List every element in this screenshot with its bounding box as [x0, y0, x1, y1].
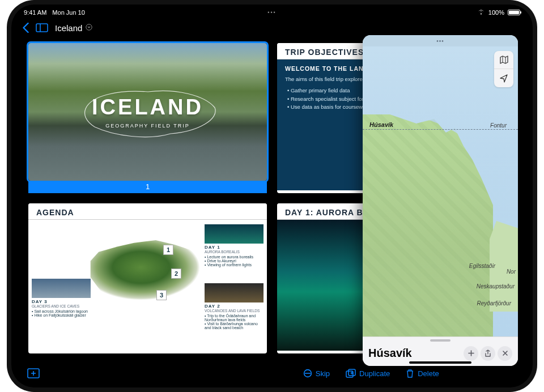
status-date: Mon Jun 10	[52, 9, 84, 16]
maps-title: Húsavík	[368, 343, 464, 360]
slide-3[interactable]: AGENDA 1 2 3 DAY 1 AURORA BOREALIS Lectu…	[28, 203, 267, 353]
battery-icon	[508, 10, 520, 15]
slide-1[interactable]: ICELAND GEOGRAPHY FIELD TRIP 1	[28, 43, 267, 193]
nav-toolbar: Iceland	[11, 18, 533, 37]
maps-slideover[interactable]: ••• Húsavík Fontur Egilsstaðir Nor Neska…	[363, 35, 518, 366]
maps-share-button[interactable]	[481, 346, 495, 361]
sidebar-toggle-button[interactable]	[36, 23, 48, 32]
map-mode-button[interactable]	[494, 51, 513, 69]
map-label-husavik: Húsavík	[369, 121, 393, 128]
maps-close-button[interactable]	[498, 346, 512, 361]
status-time: 9:41 AM	[24, 9, 46, 16]
home-indicator[interactable]	[409, 361, 471, 364]
maps-footer: Húsavík	[363, 336, 518, 366]
document-title[interactable]: Iceland	[55, 23, 82, 33]
slide1-subtitle: GEOGRAPHY FIELD TRIP	[92, 123, 203, 129]
slide-number-badge: 1	[28, 181, 267, 193]
svg-point-2	[86, 24, 92, 30]
slideover-handle[interactable]: •••	[363, 35, 518, 46]
wifi-icon	[477, 9, 485, 16]
ipad-frame: 9:41 AM Mon Jun 10 ••• 100% Iceland	[11, 5, 533, 387]
agenda-day1: DAY 1 AURORA BOREALIS Lecture on aurora …	[205, 224, 264, 267]
map-label-egils: Egilsstaðir	[469, 263, 495, 269]
map-landmass	[363, 114, 493, 341]
svg-rect-0	[36, 24, 48, 32]
battery-pct: 100%	[488, 9, 504, 16]
maps-add-button[interactable]	[464, 346, 478, 361]
delete-button[interactable]: Delete	[406, 369, 439, 378]
map-label-nor: Nor	[507, 269, 516, 275]
map-controls	[494, 51, 513, 87]
agenda-map-graphic	[80, 227, 216, 317]
status-bar: 9:41 AM Mon Jun 10 ••• 100%	[11, 5, 533, 18]
slide3-heading: AGENDA	[28, 203, 267, 220]
agenda-day2: DAY 2 VOLCANOES AND LAVA FIELDS Trip to …	[205, 283, 264, 330]
add-slide-button[interactable]	[27, 368, 40, 378]
multitask-dots[interactable]: •••	[267, 10, 276, 15]
agenda-day3: DAY 3 GLACIERS AND ICE CAVES Sail across…	[32, 279, 91, 317]
duplicate-button[interactable]: Duplicate	[346, 369, 390, 378]
map-label-reydar: Reyðarfjörður	[477, 300, 511, 306]
locate-me-button[interactable]	[494, 69, 513, 87]
skip-button[interactable]: Skip	[303, 369, 330, 378]
map-label-fontur: Fontur	[490, 122, 507, 129]
back-button[interactable]	[22, 23, 29, 33]
title-chevron-icon[interactable]	[86, 24, 92, 32]
map-viewport[interactable]: Húsavík Fontur Egilsstaðir Nor Neskaupst…	[363, 46, 518, 336]
map-gridline	[363, 129, 518, 130]
slide1-title: ICELAND	[92, 95, 203, 120]
sheet-handle[interactable]	[430, 339, 450, 342]
map-label-nesk: Neskaupstaður	[477, 283, 515, 289]
